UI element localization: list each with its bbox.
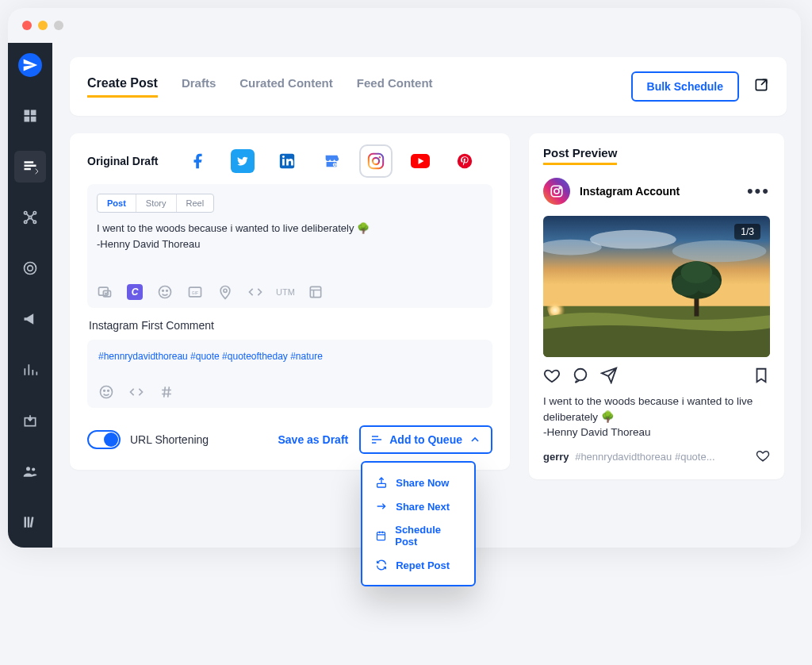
post-editor-card: Original Draft G [70,133,510,470]
post-preview-card: Post Preview Instagram Account ••• [529,133,784,479]
sidebar-item-lifecycle[interactable] [14,252,46,284]
library-icon [22,514,38,530]
emoji-icon[interactable] [98,384,114,400]
svg-point-35 [224,289,227,292]
svg-point-43 [554,189,559,194]
queue-icon [370,433,383,446]
close-window-button[interactable] [22,21,32,30]
url-shortening-toggle[interactable] [87,430,121,449]
save-draft-button[interactable]: Save as Draft [278,433,349,446]
tab-create-post[interactable]: Create Post [87,76,158,98]
svg-point-24 [373,158,379,164]
tab-drafts[interactable]: Drafts [182,76,216,97]
draft-line2: -Henny David Thoreau [97,238,201,250]
refresh-icon [375,559,388,571]
svg-point-8 [33,221,36,223]
expand-icon[interactable] [753,77,769,96]
tab-feed[interactable]: Feed Content [357,76,433,97]
queue-opt-label: Repet Post [396,559,450,571]
sidebar-item-team[interactable] [14,456,46,487]
preview-hashtags: #hennrydavidthoreau #quote... [575,451,714,463]
svg-point-57 [575,369,587,381]
share-icon [375,476,388,489]
network-pinterest-icon[interactable] [453,149,477,173]
comment-icon[interactable] [572,367,589,387]
network-instagram-icon[interactable] [364,149,388,173]
svg-point-44 [559,187,561,189]
svg-point-56 [681,261,713,283]
queue-option-schedule[interactable]: Schedule Post [367,518,469,553]
chart-icon [22,362,38,378]
svg-rect-14 [25,517,27,527]
grid-icon [22,108,38,124]
svg-point-10 [28,266,33,271]
team-icon [22,463,38,479]
sidebar-item-dashboard[interactable] [14,100,46,132]
network-youtube-icon[interactable] [408,149,432,173]
queue-dropdown-menu: Share Now Share Next Schedule Post [361,461,476,586]
draft-text-input[interactable]: I went to the woods because i wanted to … [97,221,483,267]
utm-icon[interactable]: UTM [278,284,293,300]
svg-rect-1 [31,110,36,116]
subtab-reel[interactable]: Reel [177,194,214,212]
chevron-up-icon [469,433,481,446]
svg-rect-0 [25,110,30,116]
svg-point-6 [33,212,36,214]
sidebar-item-compose[interactable] [14,151,46,183]
hashtag-icon[interactable] [159,384,174,400]
sidebar-item-megaphone[interactable] [14,303,46,335]
sidebar-logo[interactable] [14,49,46,81]
network-facebook-icon[interactable] [186,149,210,173]
maximize-window-button[interactable] [54,21,63,30]
sidebar-item-analytics[interactable] [14,354,46,386]
draft-line1: I went to the woods because i wanted to … [97,222,370,234]
subtab-story[interactable]: Story [136,194,177,212]
queue-option-share-next[interactable]: Share Next [367,494,469,518]
calendar-icon [375,529,387,542]
emoji-icon[interactable] [157,284,173,300]
like-icon[interactable] [543,367,561,387]
svg-point-13 [32,467,35,471]
minimize-window-button[interactable] [38,21,48,30]
media-icon[interactable] [97,284,113,300]
send-icon[interactable] [600,367,618,387]
inbox-icon [22,413,38,429]
svg-point-7 [25,221,27,223]
tab-curated[interactable]: Curated Content [239,76,333,97]
location-icon[interactable] [217,284,233,300]
sidebar-item-library[interactable] [14,506,46,538]
image-counter-badge: 1/3 [734,224,760,240]
add-to-queue-button[interactable]: Add to Queue Share Now Sha [359,425,492,454]
bookmark-icon[interactable] [753,367,770,387]
like-icon[interactable] [756,448,770,465]
preview-caption: I went to the woods because i wanted to … [543,394,770,440]
first-comment-input[interactable]: #hennrydavidthoreau #quote #quoteoftheda… [98,351,481,362]
svg-point-5 [25,212,27,214]
gif-icon[interactable]: GIF [187,284,203,300]
svg-rect-19 [283,159,285,165]
queue-opt-label: Share Next [396,501,450,513]
svg-point-12 [26,467,30,471]
sidebar-item-network[interactable] [14,202,46,233]
template-icon[interactable] [308,284,324,300]
svg-point-31 [163,290,164,292]
bulk-schedule-button[interactable]: Bulk Schedule [631,71,739,102]
first-comment-label: Instagram First Comment [89,319,492,332]
network-linkedin-icon[interactable] [275,149,299,173]
network-twitter-icon[interactable] [231,149,255,173]
canva-icon[interactable]: C [127,284,143,300]
queue-opt-label: Schedule Post [395,524,462,548]
svg-point-30 [159,286,171,298]
code-icon[interactable] [247,284,263,300]
network-google-business-icon[interactable]: G [320,149,343,173]
more-icon[interactable]: ••• [747,181,770,202]
queue-option-share-now[interactable]: Share Now [367,471,469,494]
first-comment-area: #hennrydavidthoreau #quote #quoteoftheda… [87,340,492,408]
paper-plane-icon [18,53,42,77]
sidebar-item-inbox[interactable] [14,405,46,436]
subtab-post[interactable]: Post [98,194,136,212]
arrow-right-icon [375,500,388,513]
queue-option-repeat[interactable]: Repet Post [367,553,469,577]
code-icon[interactable] [128,384,144,400]
lifebuoy-icon [22,260,38,276]
